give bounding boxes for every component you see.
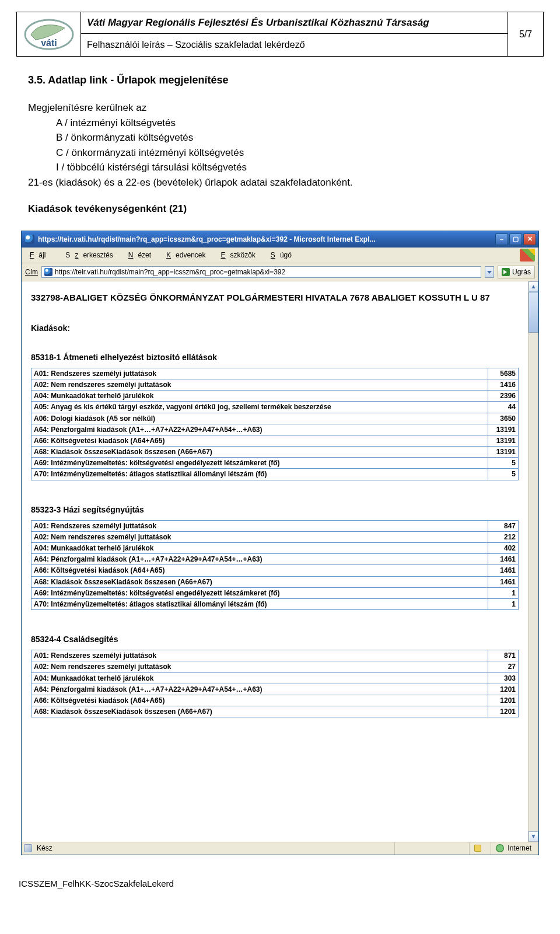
address-dropdown[interactable] (485, 266, 494, 278)
block-title: 85323-3 Házi segítségnyújtás (31, 505, 519, 514)
row-label: A69: Intézményüzemeltetés: költségvetési… (32, 458, 488, 469)
row-value: 1461 (488, 554, 519, 565)
table-row: A66: Költségvetési kiadások (A64+A65)146… (32, 565, 519, 576)
data-block: 85324-4 CsaládsegítésA01: Rendszeres sze… (31, 635, 519, 717)
window-title: https://teir.vati.hu/rqdist/main?rq_app=… (38, 235, 492, 243)
row-value: 1461 (488, 576, 519, 587)
logo-cell: váti (17, 12, 81, 56)
row-label: A64: Pénzforgalmi kiadások (A1+…+A7+A22+… (32, 424, 488, 435)
row-value: 1416 (488, 379, 519, 390)
row-label: A02: Nem rendszeres személyi juttatások (32, 531, 488, 542)
status-panel-empty (394, 842, 464, 855)
ie-window: https://teir.vati.hu/rqdist/main?rq_app=… (21, 231, 539, 855)
ie-app-icon (25, 235, 34, 244)
page-heading: 332798-ABALIGET KÖZSÉG ÖNKORMÁNYZAT POLG… (31, 292, 519, 304)
scroll-down-button[interactable]: ▼ (528, 831, 538, 842)
data-table: A01: Rendszeres személyi juttatások871A0… (31, 650, 519, 717)
table-row: A68: Kiadások összeseKiadások összesen (… (32, 706, 519, 717)
row-value: 1201 (488, 684, 519, 695)
row-label: A01: Rendszeres személyi juttatások (32, 368, 488, 379)
menu-favorites[interactable]: Kedvencek (162, 250, 215, 260)
row-value: 3650 (488, 413, 519, 424)
kiad-heading: Kiadások tevékenységenként (21) (28, 201, 532, 217)
vati-logo: váti (23, 18, 75, 51)
address-label: Cím (25, 268, 38, 276)
status-panel-zone: Internet (491, 842, 536, 855)
status-panel-lock (469, 842, 486, 855)
page-icon (44, 268, 52, 276)
table-row: A68: Kiadások összeseKiadások összesen (… (32, 447, 519, 458)
scroll-track[interactable] (528, 292, 538, 831)
table-row: A70: Intézményüzemeltetés: átlagos stati… (32, 598, 519, 609)
vertical-scrollbar[interactable]: ▲ ▼ (528, 281, 538, 842)
ie-titlebar: https://teir.vati.hu/rqdist/main?rq_app=… (22, 231, 538, 248)
table-row: A02: Nem rendszeres személyi juttatások1… (32, 379, 519, 390)
kiad-label: Kiadások: (31, 323, 519, 333)
row-label: A68: Kiadások összeseKiadások összesen (… (32, 576, 488, 587)
block-title: 85318-1 Átmeneti elhelyezést biztosító e… (31, 353, 519, 362)
row-label: A68: Kiadások összeseKiadások összesen (… (32, 447, 488, 458)
row-value: 5685 (488, 368, 519, 379)
address-value: https://teir.vati.hu/rqdist/main?rq_app=… (55, 268, 285, 276)
row-value: 1201 (488, 706, 519, 717)
table-row: A04: Munkaadókat terhelő járulékok2396 (32, 391, 519, 402)
org-name: Váti Magyar Regionális Fejlesztési És Ur… (81, 12, 508, 34)
menu-tools[interactable]: Eszközök (216, 250, 264, 260)
row-value: 13191 (488, 435, 519, 446)
list-item: A / intézményi költségvetés (56, 116, 532, 131)
row-value: 1 (488, 598, 519, 609)
row-label: A69: Intézményüzemeltetés: költségvetési… (32, 587, 488, 598)
table-row: A01: Rendszeres személyi juttatások871 (32, 650, 519, 661)
page-number: 5/7 (508, 12, 543, 56)
menu-edit[interactable]: Szerkesztés (56, 250, 122, 260)
table-row: A64: Pénzforgalmi kiadások (A1+…+A7+A22+… (32, 424, 519, 435)
row-label: A05: Anyag és kis értékű tárgyi eszköz, … (32, 402, 488, 413)
row-value: 44 (488, 402, 519, 413)
row-label: A70: Intézményüzemeltetés: átlagos stati… (32, 469, 488, 480)
table-row: A66: Költségvetési kiadások (A64+A65)120… (32, 695, 519, 706)
table-row: A01: Rendszeres személyi juttatások847 (32, 520, 519, 531)
table-row: A66: Költségvetési kiadások (A64+A65)131… (32, 435, 519, 446)
go-button[interactable]: Ugrás (498, 266, 535, 278)
menu-file[interactable]: Fájl (25, 250, 55, 260)
data-block: 85323-3 Házi segítségnyújtásA01: Rendsze… (31, 505, 519, 611)
row-label: A02: Nem rendszeres személyi juttatások (32, 661, 488, 672)
minimize-button[interactable]: – (495, 234, 508, 245)
doc-subtitle: Felhasználói leírás – Szociális szakfela… (81, 34, 508, 56)
row-value: 13191 (488, 447, 519, 458)
row-value: 27 (488, 661, 519, 672)
title-cell: Váti Magyar Regionális Fejlesztési És Ur… (81, 12, 508, 56)
maximize-button[interactable]: ▢ (509, 234, 522, 245)
svg-text:váti: váti (41, 38, 57, 48)
scroll-thumb[interactable] (528, 292, 538, 333)
footer-code: ICSSZEM_FelhKK-SzocSzakfelaLekerd (19, 879, 544, 888)
table-row: A02: Nem rendszeres személyi juttatások2… (32, 531, 519, 542)
data-table: A01: Rendszeres személyi juttatások847A0… (31, 520, 519, 611)
table-row: A04: Munkaadókat terhelő járulékok402 (32, 543, 519, 554)
internet-zone-icon (496, 844, 504, 852)
menu-help[interactable]: Súgó (266, 250, 301, 260)
lock-icon (474, 845, 481, 852)
row-value: 847 (488, 520, 519, 531)
row-label: A04: Munkaadókat terhelő járulékok (32, 672, 488, 684)
document-header: váti Váti Magyar Regionális Fejlesztési … (16, 12, 544, 57)
section-title: 3.5. Adatlap link - Űrlapok megjelenítés… (28, 74, 544, 86)
row-value: 5 (488, 469, 519, 480)
data-table: A01: Rendszeres személyi juttatások5685A… (31, 368, 519, 480)
address-input[interactable]: https://teir.vati.hu/rqdist/main?rq_app=… (41, 266, 481, 278)
row-label: A64: Pénzforgalmi kiadások (A1+…+A7+A22+… (32, 684, 488, 695)
table-row: A05: Anyag és kis értékű tárgyi eszköz, … (32, 402, 519, 413)
tail-text: 21-es (kiadások) és a 22-es (bevételek) … (28, 175, 532, 190)
scroll-up-button[interactable]: ▲ (528, 281, 538, 292)
ie-viewport: 332798-ABALIGET KÖZSÉG ÖNKORMÁNYZAT POLG… (22, 281, 528, 842)
list-item: C / önkormányzati intézményi költségveté… (56, 145, 532, 161)
close-button[interactable]: ✕ (523, 234, 536, 245)
ie-menubar: Fájl Szerkesztés Nézet Kedvencek Eszközö… (22, 248, 538, 263)
table-row: A04: Munkaadókat terhelő járulékok303 (32, 672, 519, 684)
row-value: 303 (488, 672, 519, 684)
row-label: A66: Költségvetési kiadások (A64+A65) (32, 565, 488, 576)
block-title: 85324-4 Családsegítés (31, 635, 519, 644)
row-value: 402 (488, 543, 519, 554)
menu-view[interactable]: Nézet (124, 250, 160, 260)
table-row: A02: Nem rendszeres személyi juttatások2… (32, 661, 519, 672)
